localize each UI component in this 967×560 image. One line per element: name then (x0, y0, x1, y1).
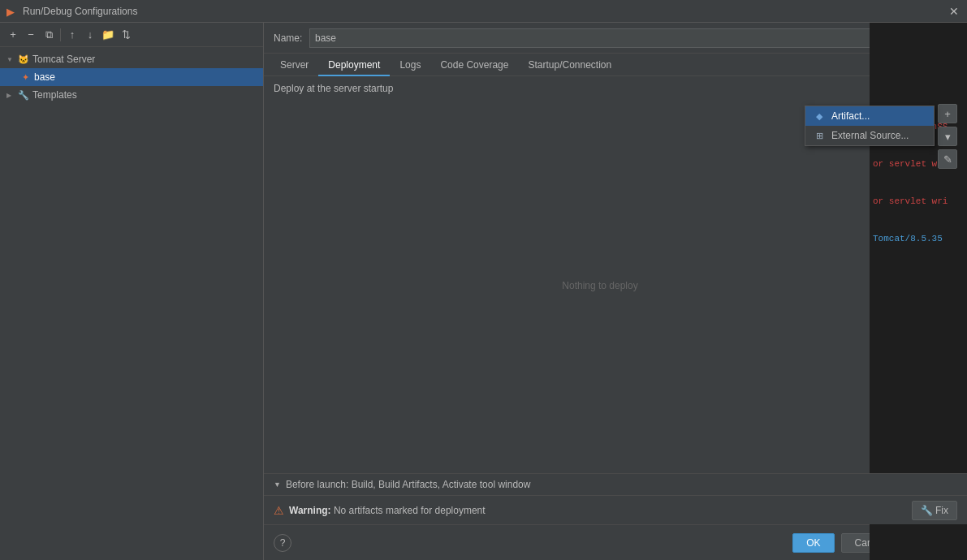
warning-bar: ⚠ Warning: No artifacts marked for deplo… (264, 495, 967, 524)
tree-item-templates[interactable]: ▶ 🔧 Templates (0, 86, 263, 104)
bottom-panel: ▼ Before launch: Build, Build Artifacts,… (264, 473, 967, 524)
before-launch-arrow: ▼ (274, 480, 281, 489)
add-button[interactable]: + (5, 27, 21, 43)
tree-item-tomcat[interactable]: ▼ 🐱 Tomcat Server (0, 50, 263, 68)
deployment-list: Nothing to deploy (274, 101, 926, 470)
remove-button[interactable]: − (23, 27, 39, 43)
add-dropdown-menu: ◆ Artifact... ⊞ External Source... (805, 106, 935, 146)
warning-icon: ⚠ (274, 504, 284, 517)
sort-button[interactable]: ⇅ (118, 27, 134, 43)
toolbar-separator (60, 28, 61, 41)
ok-button[interactable]: OK (792, 533, 834, 553)
deployment-area: Nothing to deploy + ▾ ✎ ◆ Artifact... ⊞ (264, 101, 967, 470)
templates-label: Templates (32, 89, 77, 101)
title-bar: ▶ Run/Debug Configurations ✕ (0, 0, 967, 23)
tab-server[interactable]: Server (270, 55, 318, 76)
left-panel: + − ⧉ ↑ ↓ 📁 ⇅ ▼ 🐱 Tomcat Server ✦ base ▶ (0, 23, 264, 560)
copy-button[interactable]: ⧉ (41, 27, 57, 43)
tomcat-icon: 🐱 (18, 54, 29, 65)
toolbar: + − ⧉ ↑ ↓ 📁 ⇅ (0, 23, 263, 47)
external-source-icon: ⊞ (814, 130, 825, 141)
deployment-section-label: Deploy at the server startup (264, 76, 967, 97)
tomcat-label: Tomcat Server (32, 54, 95, 65)
before-launch-section[interactable]: ▼ Before launch: Build, Build Artifacts,… (264, 474, 967, 495)
action-buttons: ? OK Cancel Apply (264, 524, 967, 560)
fix-button[interactable]: 🔧 Fix (912, 501, 957, 520)
right-panel: alized [OpenSS or servlet wri or servlet… (264, 23, 967, 560)
help-button[interactable]: ? (274, 534, 291, 552)
artifact-label: Artifact... (831, 110, 870, 122)
tab-coverage[interactable]: Code Coverage (430, 55, 518, 76)
share-row: Share (892, 32, 957, 44)
name-input[interactable] (309, 28, 886, 48)
add-deployment-button[interactable]: + (938, 104, 957, 123)
up-button[interactable]: ↑ (64, 27, 80, 43)
dialog-body: + − ⧉ ↑ ↓ 📁 ⇅ ▼ 🐱 Tomcat Server ✦ base ▶ (0, 23, 967, 560)
before-launch-text: Before launch: Build, Build Artifacts, A… (286, 479, 531, 490)
templates-icon: 🔧 (18, 90, 29, 101)
tab-content: Deploy at the server startup Nothing to … (264, 76, 967, 524)
close-button[interactable]: ✕ (948, 5, 961, 18)
empty-state-text: Nothing to deploy (562, 280, 637, 291)
artifact-icon: ◆ (814, 110, 825, 122)
warning-text: Warning: No artifacts marked for deploym… (289, 505, 907, 516)
move-down-button[interactable]: ▾ (938, 127, 957, 146)
title-bar-text: Run/Debug Configurations (23, 6, 943, 17)
app-icon: ▶ (6, 6, 18, 17)
apply-button[interactable]: Apply (905, 533, 957, 553)
tree-item-base[interactable]: ✦ base (0, 68, 263, 86)
base-icon: ✦ (19, 72, 31, 83)
name-label: Name: (274, 32, 303, 44)
tab-logs[interactable]: Logs (390, 55, 430, 76)
dropdown-item-artifact[interactable]: ◆ Artifact... (805, 106, 934, 126)
external-source-label: External Source... (831, 130, 909, 141)
tab-startup[interactable]: Startup/Connection (518, 55, 621, 76)
tab-bar: Server Deployment Logs Code Coverage Sta… (264, 54, 967, 76)
edit-deployment-button[interactable]: ✎ (938, 149, 957, 169)
tree-arrow-templates: ▶ (6, 92, 15, 99)
tree-arrow-tomcat: ▼ (6, 56, 15, 63)
side-buttons: + ▾ ✎ (938, 101, 957, 169)
base-label: base (34, 71, 55, 83)
share-checkbox[interactable] (892, 33, 902, 43)
name-row: Name: Share (264, 23, 967, 54)
dropdown-item-external[interactable]: ⊞ External Source... (805, 126, 934, 145)
share-label: Share (905, 32, 931, 44)
tab-deployment[interactable]: Deployment (318, 55, 390, 76)
config-tree: ▼ 🐱 Tomcat Server ✦ base ▶ 🔧 Templates (0, 47, 263, 560)
cancel-button[interactable]: Cancel (841, 533, 899, 553)
folder-button[interactable]: 📁 (100, 27, 116, 43)
down-button[interactable]: ↓ (82, 27, 98, 43)
